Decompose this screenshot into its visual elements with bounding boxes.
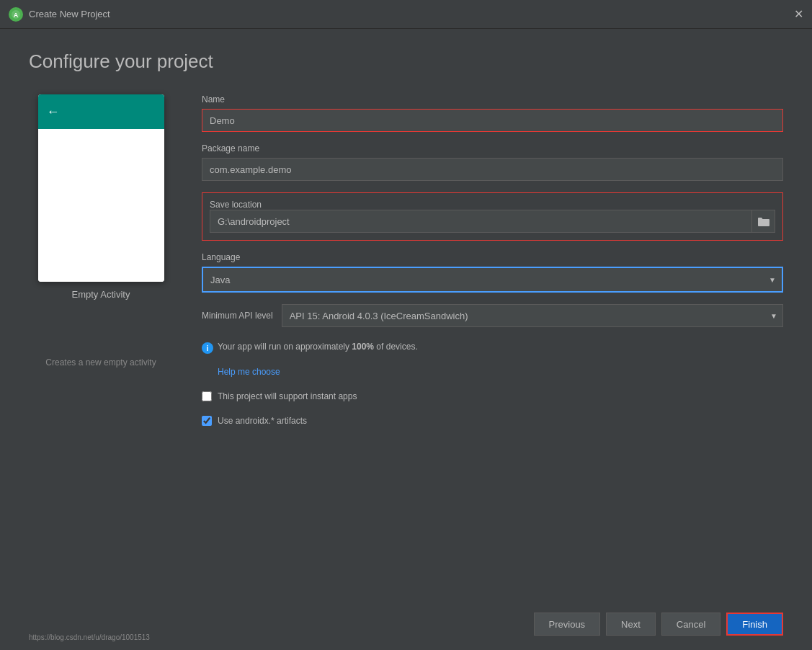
- api-select[interactable]: API 15: Android 4.0.3 (IceCreamSandwich)…: [282, 304, 783, 327]
- instant-apps-row: This project will support instant apps: [202, 391, 783, 401]
- api-level-row: Minimum API level API 15: Android 4.0.3 …: [202, 304, 783, 327]
- language-label: Language: [202, 252, 783, 262]
- activity-label: Empty Activity: [72, 289, 130, 300]
- title-bar: A Create New Project ✕: [0, 0, 812, 29]
- save-location-group: Save location: [202, 192, 783, 241]
- window-title: Create New Project: [29, 9, 110, 19]
- phone-header: ←: [38, 94, 164, 129]
- info-row: i Your app will run on approximately 100…: [202, 342, 783, 354]
- next-button[interactable]: Next: [606, 613, 656, 636]
- close-button[interactable]: ✕: [794, 9, 803, 20]
- save-location-row: [210, 210, 775, 233]
- back-arrow-icon: ←: [47, 104, 60, 120]
- language-group: Language Java Kotlin ▼: [202, 252, 783, 293]
- info-icon: i: [202, 342, 213, 354]
- instant-apps-label: This project will support instant apps: [218, 391, 357, 401]
- androidx-checkbox[interactable]: [202, 416, 212, 426]
- name-input[interactable]: [202, 109, 783, 132]
- phone-preview: ←: [38, 94, 164, 282]
- name-label: Name: [202, 94, 783, 104]
- phone-body: [38, 129, 164, 282]
- androidx-label: Use androidx.* artifacts: [218, 416, 307, 426]
- cancel-button[interactable]: Cancel: [661, 613, 720, 636]
- help-me-choose-link[interactable]: Help me choose: [218, 367, 783, 377]
- name-group: Name: [202, 94, 783, 132]
- androidx-row: Use androidx.* artifacts: [202, 416, 783, 426]
- package-input[interactable]: [202, 158, 783, 181]
- left-panel: ← Empty Activity Creates a new empty act…: [29, 94, 173, 601]
- api-select-wrapper: API 15: Android 4.0.3 (IceCreamSandwich)…: [282, 304, 783, 327]
- package-label: Package name: [202, 143, 783, 153]
- previous-button[interactable]: Previous: [534, 613, 601, 636]
- instant-apps-checkbox[interactable]: [202, 391, 212, 401]
- right-panel: Name Package name Save location: [202, 94, 783, 601]
- save-location-label: Save location: [210, 200, 262, 210]
- folder-button[interactable]: [752, 210, 775, 233]
- activity-description: Creates a new empty activity: [45, 357, 156, 368]
- app-icon: A: [9, 7, 23, 22]
- finish-button[interactable]: Finish: [726, 613, 783, 636]
- svg-text:A: A: [14, 12, 19, 19]
- language-select-wrapper: Java Kotlin ▼: [202, 267, 783, 293]
- package-group: Package name: [202, 143, 783, 181]
- page-title: Configure your project: [29, 50, 783, 73]
- language-select[interactable]: Java Kotlin: [203, 268, 782, 291]
- main-content: Configure your project ← Empty Activity …: [0, 29, 812, 650]
- info-text: Your app will run on approximately 100% …: [218, 342, 418, 352]
- bottom-bar: Previous Next Cancel Finish https://blog…: [29, 601, 783, 636]
- min-api-label: Minimum API level: [202, 311, 273, 321]
- url-bar: https://blog.csdn.net/u/drago/1001513: [29, 633, 150, 641]
- content-area: ← Empty Activity Creates a new empty act…: [29, 94, 783, 601]
- folder-icon: [758, 217, 769, 226]
- save-location-input[interactable]: [210, 210, 752, 233]
